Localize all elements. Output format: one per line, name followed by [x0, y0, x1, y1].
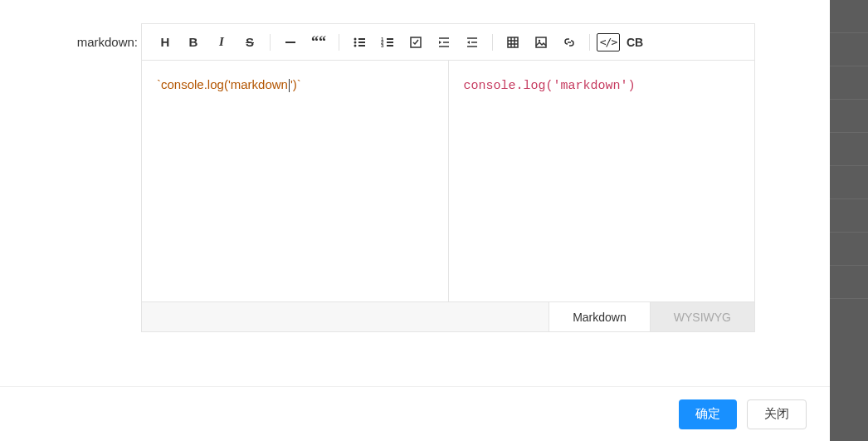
sidebar-row [830, 100, 868, 133]
preview-code: console.log('markdown') [464, 79, 636, 93]
svg-rect-25 [536, 37, 546, 47]
editor-panes: `console.log('markdown')` console.log('m… [142, 61, 754, 301]
strike-button[interactable]: S [237, 29, 263, 56]
markdown-editor: H B I S ““ 123 [141, 23, 755, 332]
table-button[interactable] [500, 29, 526, 56]
sidebar-row [830, 233, 868, 266]
sidebar-row [830, 0, 868, 33]
code-button[interactable]: </> [597, 33, 620, 51]
tab-wysiwyg[interactable]: WYSIWYG [651, 302, 754, 331]
ol-icon: 123 [381, 36, 394, 49]
indent-icon [437, 36, 451, 49]
source-text-after: ')` [290, 77, 301, 91]
hr-button[interactable] [277, 29, 304, 56]
sidebar-row [830, 33, 868, 66]
sidebar-row [830, 133, 868, 166]
source-pane[interactable]: `console.log('markdown')` [142, 61, 449, 301]
quote-button[interactable]: ““ [305, 29, 332, 56]
sidebar-row [830, 166, 868, 199]
svg-point-1 [354, 37, 357, 40]
background-sidebar [830, 0, 868, 441]
tab-spacer [142, 302, 549, 331]
ul-button[interactable] [346, 29, 373, 56]
indent-button[interactable] [431, 29, 457, 56]
ul-icon [353, 36, 366, 49]
table-icon [506, 36, 519, 49]
toolbar-separator [339, 34, 339, 51]
sidebar-row [830, 66, 868, 100]
dialog-footer: 确定 关闭 [0, 386, 830, 441]
svg-point-5 [354, 44, 357, 47]
editor-toolbar: H B I S ““ 123 [142, 24, 754, 61]
heading-button[interactable]: H [152, 29, 178, 56]
codeblock-button[interactable]: CB [622, 29, 648, 56]
svg-rect-20 [508, 37, 518, 47]
task-button[interactable] [402, 29, 429, 56]
toolbar-separator [589, 34, 590, 51]
link-icon [563, 36, 576, 49]
ol-button[interactable]: 123 [374, 29, 401, 56]
link-button[interactable] [556, 29, 583, 56]
svg-text:3: 3 [381, 43, 384, 48]
svg-point-26 [539, 39, 540, 41]
tab-markdown[interactable]: Markdown [549, 302, 651, 331]
preview-pane: console.log('markdown') [449, 61, 755, 301]
image-icon [534, 36, 548, 49]
bold-button[interactable]: B [180, 29, 207, 56]
outdent-button[interactable] [459, 29, 485, 56]
toolbar-separator [492, 34, 493, 51]
task-icon [409, 36, 422, 49]
sidebar-row [830, 266, 868, 299]
main-content: markdown: H B I S ““ [0, 0, 830, 441]
editor-tabbar: Markdown WYSIWYG [142, 301, 754, 331]
field-label: markdown: [25, 23, 141, 49]
hr-icon [284, 36, 297, 49]
image-button[interactable] [528, 29, 554, 56]
form-row: markdown: H B I S ““ [0, 0, 830, 332]
source-text-before: `console.log('markdown [157, 77, 288, 91]
text-cursor [289, 79, 290, 92]
italic-button[interactable]: I [208, 29, 235, 56]
toolbar-separator [270, 34, 271, 51]
ok-button[interactable]: 确定 [679, 399, 737, 429]
svg-point-3 [354, 41, 357, 43]
sidebar-row [830, 199, 868, 233]
outdent-icon [466, 36, 479, 49]
editor-wrap: H B I S ““ 123 [141, 23, 755, 332]
close-button[interactable]: 关闭 [747, 399, 807, 429]
